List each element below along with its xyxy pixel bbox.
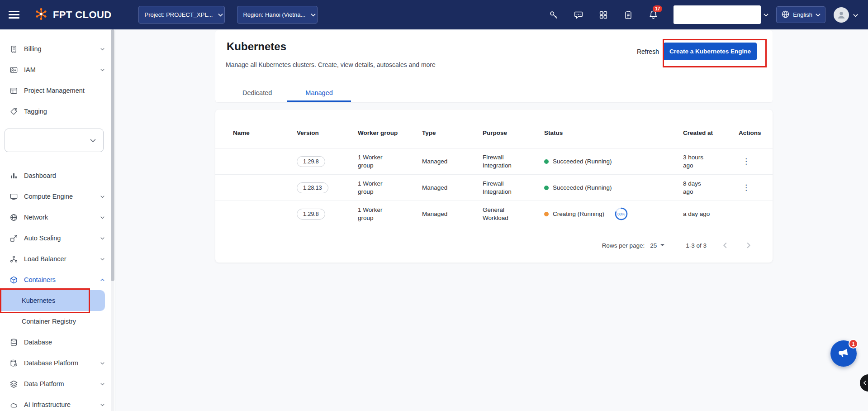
scrollbar-thumb[interactable] [111, 29, 114, 281]
tab-dedicated[interactable]: Dedicated [227, 84, 287, 102]
sidebar-item-load-balancer[interactable]: Load Balancer [0, 249, 115, 269]
load-balancer-icon [9, 254, 18, 263]
tag-icon [9, 107, 18, 116]
database-icon [9, 338, 18, 347]
sidebar-item-containers[interactable]: Containers [0, 269, 115, 290]
sidebar-item-compute-engine[interactable]: Compute Engine [0, 186, 115, 207]
table-row[interactable]: 1.29.8 1 Worker group Managed Firewall I… [215, 148, 773, 175]
row-actions-button[interactable]: ⋮ [739, 182, 754, 193]
sidebar-item-auto-scaling[interactable]: Auto Scaling [0, 228, 115, 249]
region-selector[interactable]: Region: Hanoi (Vietna... [237, 6, 318, 24]
topbar: FPT CLOUD Project: PROJECT_XPL... Region… [0, 0, 868, 29]
rows-per-page-select[interactable]: 25 [650, 242, 665, 249]
clipboard-icon[interactable] [623, 10, 634, 20]
chevron-down-icon [218, 11, 223, 18]
chevron-down-icon [99, 46, 106, 53]
sidebar-item-project-management[interactable]: Project Management [0, 80, 115, 101]
sidebar-item-ai-infrastructure[interactable]: AI Infrastructure [0, 394, 115, 411]
cell-created-at: 8 days ago [683, 180, 712, 196]
sidebar-item-data-platform[interactable]: Data Platform [0, 373, 115, 394]
progress-percent: 80% [614, 207, 628, 221]
pagination-range: 1-3 of 3 [686, 242, 707, 249]
announcements-fab[interactable]: 1 [830, 340, 857, 367]
table-pagination: Rows per page: 25 1-3 of 3 [215, 228, 773, 263]
sidebar-item-kubernetes[interactable]: Kubernetes [0, 290, 105, 311]
brand-logo: FPT CLOUD [33, 6, 111, 24]
chevron-down-icon[interactable] [764, 13, 768, 17]
chevron-down-icon [99, 67, 106, 73]
chevron-down-icon [99, 214, 106, 221]
tab-bar: Dedicated Managed [215, 84, 773, 102]
refresh-button[interactable]: Refresh [637, 48, 659, 55]
creation-progress-ring: 80% [614, 207, 628, 221]
table-row[interactable]: 1.28.13 1 Worker group Managed Firewall … [215, 175, 773, 201]
user-menu[interactable] [834, 7, 858, 23]
column-header-version: Version [297, 129, 358, 136]
sidebar-item-network[interactable]: Network [0, 207, 115, 228]
tab-managed[interactable]: Managed [287, 84, 351, 102]
cell-version: 1.29.8 [297, 156, 358, 167]
notifications-bell-icon[interactable]: 17 [648, 10, 659, 20]
status-dot [544, 159, 549, 164]
previous-page-button[interactable] [720, 240, 730, 250]
megaphone-icon [837, 347, 850, 360]
column-header-actions: Actions [739, 129, 764, 136]
hamburger-icon [9, 11, 19, 19]
table-row[interactable]: 1.29.8 1 Worker group Managed General Wo… [215, 201, 773, 227]
globe-icon [781, 10, 790, 20]
menu-button[interactable] [4, 5, 24, 25]
sidebar-scrollbar[interactable] [111, 29, 114, 411]
create-kubernetes-button[interactable]: Create a Kubernetes Engine [664, 43, 757, 60]
sidebar-item-label: Auto Scaling [24, 234, 93, 242]
sidebar-item-label: Network [24, 214, 93, 221]
version-chip: 1.28.13 [297, 182, 328, 193]
sidebar-item-label: Kubernetes [22, 297, 55, 304]
chevron-up-icon [99, 277, 106, 283]
sidebar-item-label: Containers [24, 276, 93, 283]
caret-down-icon [660, 244, 665, 247]
sidebar-item-label: Load Balancer [24, 255, 93, 263]
sidebar-item-label: Dashboard [24, 172, 106, 179]
apps-grid-icon[interactable] [598, 10, 609, 20]
compute-engine-icon [9, 192, 18, 201]
sidebar-item-database-platform[interactable]: Database Platform [0, 353, 115, 373]
sidebar-item-label: IAM [24, 66, 93, 73]
status-dot [544, 212, 549, 216]
sidebar-item-iam[interactable]: IAM [0, 59, 115, 80]
sidebar-item-database[interactable]: Database [0, 332, 115, 353]
sidebar-workspace-select[interactable] [5, 129, 104, 152]
key-icon[interactable] [548, 10, 559, 20]
chevron-down-icon [99, 401, 106, 408]
cell-actions: ⋮ [739, 156, 764, 167]
cell-type: Managed [422, 158, 483, 165]
cell-type: Managed [422, 184, 483, 191]
cell-version: 1.28.13 [297, 182, 358, 193]
sidebar-item-container-registry[interactable]: Container Registry [0, 311, 115, 332]
support-chat-icon[interactable] [573, 10, 584, 20]
sidebar-item-label: Billing [24, 45, 93, 53]
cell-created-at: a day ago [683, 210, 712, 218]
project-selector[interactable]: Project: PROJECT_XPL... [138, 6, 225, 24]
cell-purpose: General Workload [483, 206, 521, 222]
language-selector[interactable]: English [776, 6, 825, 23]
status-dot [544, 186, 549, 190]
region-selector-label: Region: Hanoi (Vietna... [243, 11, 305, 18]
sidebar-item-billing[interactable]: Billing [0, 38, 115, 59]
page-header: Kubernetes Manage all Kubernetes cluster… [215, 30, 773, 102]
cell-type: Managed [422, 210, 483, 217]
search-input[interactable] [674, 5, 761, 24]
column-header-status: Status [544, 129, 683, 136]
database-platform-icon [9, 358, 18, 368]
sidebar: Billing IAM Project Management Tagging D… [0, 29, 115, 411]
chevron-down-icon [853, 11, 858, 19]
column-header-worker-group: Worker group [358, 129, 422, 136]
cell-actions: ⋮ [739, 182, 764, 193]
sidebar-item-tagging[interactable]: Tagging [0, 101, 115, 122]
dashboard-icon [9, 171, 18, 180]
status-text: Creating (Running) [553, 210, 604, 217]
next-page-button[interactable] [744, 240, 754, 250]
chevron-left-icon [863, 380, 867, 386]
row-actions-button[interactable]: ⋮ [739, 156, 754, 167]
cell-purpose: Firewall Integration [483, 180, 521, 196]
sidebar-item-dashboard[interactable]: Dashboard [0, 165, 115, 186]
